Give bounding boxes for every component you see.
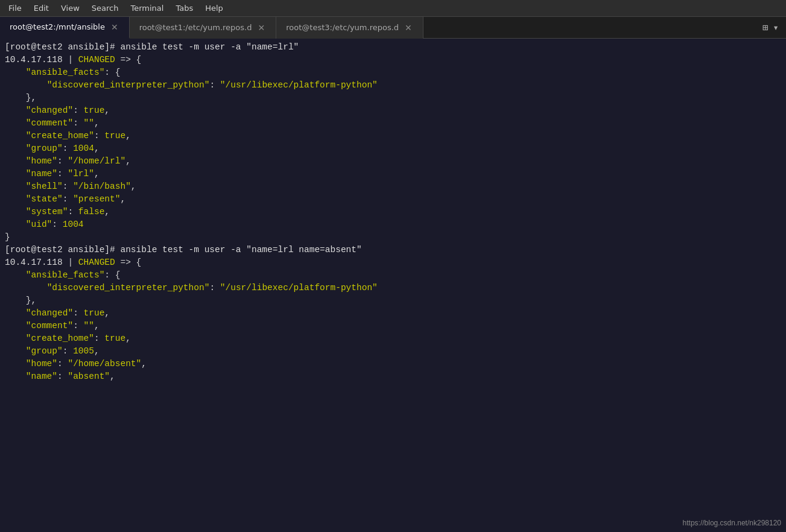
new-tab-icon[interactable]: ⊞ (760, 19, 771, 36)
menubar: File Edit View Search Terminal Tabs Help (0, 0, 786, 17)
tab-3-close[interactable]: ✕ (404, 23, 413, 33)
menu-edit[interactable]: Edit (28, 2, 55, 14)
terminal-content: [root@test2 ansible]# ansible test -m us… (0, 41, 786, 383)
tab-2[interactable]: root@test1:/etc/yum.repos.d ✕ (130, 17, 277, 39)
menu-terminal[interactable]: Terminal (124, 2, 170, 14)
menu-help[interactable]: Help (199, 2, 229, 14)
dropdown-icon[interactable]: ▾ (770, 19, 781, 36)
tab-3[interactable]: root@test3:/etc/yum.repos.d ✕ (276, 17, 423, 39)
tab-1-label: root@test2:/mnt/ansible (10, 22, 105, 31)
tab-1-close[interactable]: ✕ (110, 22, 119, 32)
tabbar-actions: ⊞ ▾ (760, 19, 786, 36)
tab-2-close[interactable]: ✕ (256, 23, 266, 33)
watermark: https://blog.csdn.net/nk298120 (683, 519, 781, 527)
menu-search[interactable]: Search (86, 2, 125, 14)
tab-3-label: root@test3:/etc/yum.repos.d (286, 23, 399, 32)
menu-file[interactable]: File (2, 2, 28, 14)
terminal[interactable]: [root@test2 ansible]# ansible test -m us… (0, 39, 786, 532)
tabbar: root@test2:/mnt/ansible ✕ root@test1:/et… (0, 17, 786, 39)
tab-1[interactable]: root@test2:/mnt/ansible ✕ (0, 17, 130, 39)
menu-tabs[interactable]: Tabs (170, 2, 199, 14)
tab-2-label: root@test1:/etc/yum.repos.d (139, 23, 252, 32)
menu-view[interactable]: View (55, 2, 86, 14)
